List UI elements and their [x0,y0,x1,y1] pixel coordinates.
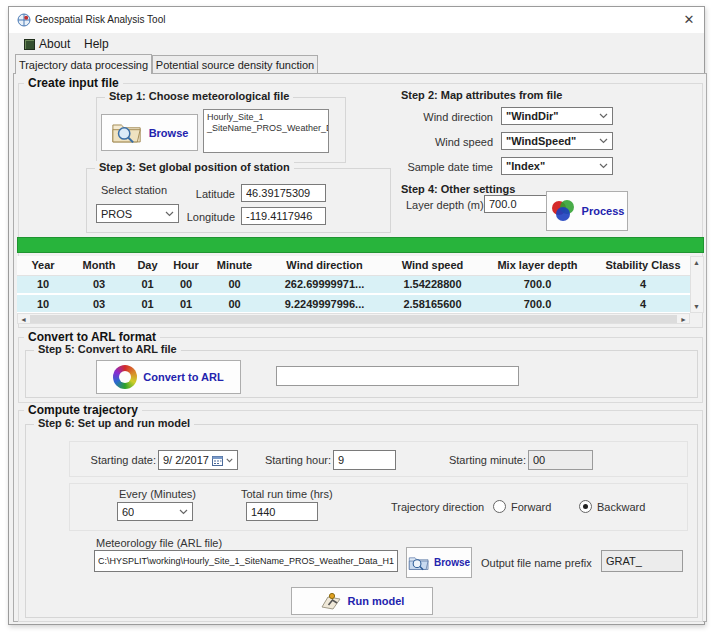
step2-title: Step 2: Map attributes from file [401,89,562,101]
convert-to-arl-button[interactable]: Convert to ARL [96,360,241,394]
starting-hour-label: Starting hour: [261,454,331,466]
step5-title: Step 5: Convert to ARL file [34,343,181,355]
wind-speed-label: Wind speed [371,136,493,148]
wind-direction-value: "WindDir" [506,110,559,122]
met-csv-filename-line1: Hourly_Site_1 [207,112,325,123]
browse-met-file-label: Browse [149,127,189,139]
col-mix-layer-depth: Mix layer depth [479,256,596,275]
every-minutes-label: Every (Minutes) [119,488,196,500]
starting-date-picker[interactable]: 9/ 2/2017 [158,450,238,470]
latitude-field[interactable] [241,184,326,202]
trajectory-direction-label: Trajectory direction [391,501,484,513]
output-prefix-field [601,550,683,572]
station-value: PROS [101,208,132,220]
table-horizontal-scrollbar[interactable]: ◄ ► [17,313,690,324]
layer-depth-field[interactable] [484,195,549,213]
table-vertical-scrollbar[interactable]: ▲ ▼ [690,256,704,313]
starting-minute-label: Starting minute: [446,454,526,466]
menu-help[interactable]: Help [79,35,114,53]
chevron-down-icon [599,113,608,119]
window-title: Geospatial Risk Analysis Tool [35,14,165,25]
table-row[interactable]: 10 03 01 00 00 262.69999971... 1.5422880… [17,275,690,294]
col-wind-direction: Wind direction [263,256,386,275]
sample-date-time-value: "Index" [506,160,545,172]
col-day: Day [129,256,166,275]
select-station-label: Select station [101,184,167,196]
browse-arl-file-button[interactable]: Browse [406,547,472,578]
met-csv-filename-line2: _SiteName_PROS_Weather_Data.csv [207,123,325,134]
weather-data-table: Year Month Day Hour Minute Wind directio… [17,256,690,314]
met-csv-filename-box[interactable]: Hourly_Site_1 _SiteName_PROS_Weather_Dat… [203,109,329,153]
processing-progress-bar [17,237,704,253]
starting-hour-field[interactable] [333,450,396,470]
forward-label: Forward [511,501,551,513]
chevron-down-icon [599,138,608,144]
forward-radio[interactable] [493,500,506,513]
sample-date-time-select[interactable]: "Index" [501,157,613,175]
calendar-icon [212,455,223,466]
col-minute: Minute [206,256,263,275]
tab-trajectory-data-processing[interactable]: Trajectory data processing [15,54,152,74]
run-model-button[interactable]: Run model [291,587,433,615]
menu-about[interactable]: About [19,35,75,53]
col-stability-class: Stability Class [596,256,690,275]
process-button[interactable]: Process [546,191,628,231]
meteorology-file-field[interactable] [94,550,398,572]
wind-speed-value: "WindSpeed" [506,135,576,147]
backward-radio[interactable] [579,500,592,513]
browse-arl-label: Browse [434,557,470,568]
folder-search-icon [111,120,143,145]
total-run-time-field[interactable] [246,502,318,521]
starting-minute-field [528,450,593,470]
run-model-icon [320,591,342,611]
scroll-down-icon[interactable]: ▼ [691,302,702,311]
folder-search-icon [408,554,430,572]
starting-date-label: Starting date: [86,454,156,466]
step3-box: Step 3: Set global position of station [86,168,391,233]
longitude-label: Longitude [165,211,235,223]
col-year: Year [17,256,69,275]
convert-arl-title: Convert to ARL format [24,330,160,344]
radio-selected-dot [583,504,588,509]
table-header-row: Year Month Day Hour Minute Wind directio… [17,256,690,275]
wind-speed-select[interactable]: "WindSpeed" [501,132,613,150]
menu-help-label: Help [84,35,109,53]
arl-progress-bar [276,366,519,386]
step1-title: Step 1: Choose meteorological file [105,90,293,102]
col-month: Month [69,256,129,275]
compute-trajectory-title: Compute trajectory [24,403,142,417]
starting-date-value: 9/ 2/2017 [163,454,209,466]
about-icon [24,39,35,50]
close-icon[interactable]: ✕ [678,9,700,31]
table-row[interactable]: 10 03 01 01 00 9.2249997996... 2.5816560… [17,294,690,313]
tab-psdf[interactable]: Potential source density function (PSDF) [152,55,318,74]
scroll-up-icon[interactable]: ▲ [691,258,702,267]
backward-label: Backward [597,501,645,513]
app-icon [17,13,31,27]
layer-depth-label: Layer depth (m) [406,199,484,211]
longitude-field[interactable] [241,207,326,225]
create-input-file-title: Create input file [24,76,123,90]
hscroll-thumb[interactable] [30,315,677,323]
chevron-down-icon [179,509,188,515]
run-model-label: Run model [348,595,405,607]
rgb-circles-icon [550,199,576,223]
scroll-right-icon[interactable]: ► [678,315,689,324]
chevron-down-icon [226,458,233,463]
wind-direction-label: Wind direction [371,111,493,123]
browse-met-file-button[interactable]: Browse [101,114,198,151]
app-window: Geospatial Risk Analysis Tool ✕ About He… [8,6,705,625]
rainbow-ring-icon [113,365,137,389]
wind-direction-select[interactable]: "WindDir" [501,107,613,125]
every-minutes-value: 60 [122,506,134,518]
process-label: Process [582,205,625,217]
every-minutes-select[interactable]: 60 [117,502,193,521]
chevron-down-icon [599,163,608,169]
meteorology-file-label: Meteorology file (ARL file) [96,537,222,549]
step3-title: Step 3: Set global position of station [95,161,294,173]
sample-date-time-label: Sample date time [371,161,493,173]
latitude-label: Latitude [165,188,235,200]
step6-title: Step 6: Set up and run model [34,417,194,429]
total-run-time-label: Total run time (hrs) [241,488,333,500]
scroll-left-icon[interactable]: ◄ [18,315,29,324]
